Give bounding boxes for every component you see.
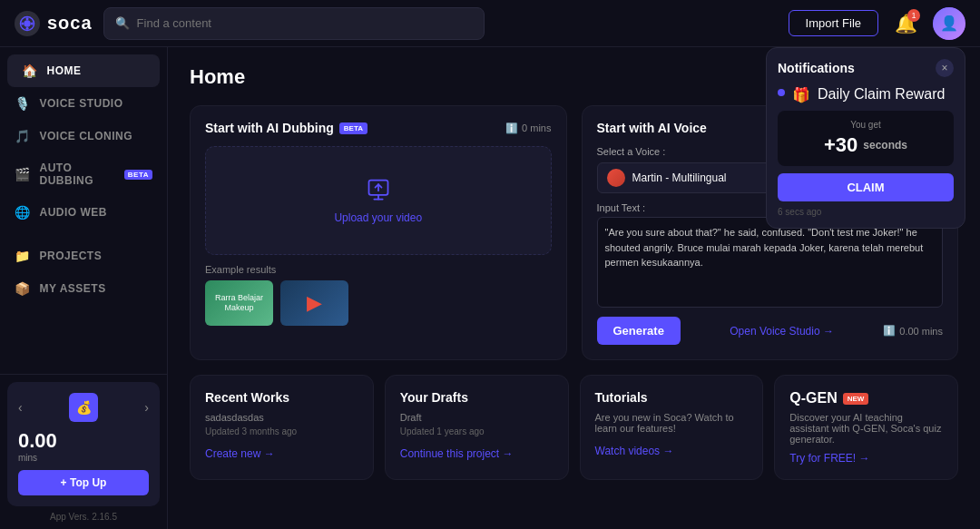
microphone-icon: 🎙️ <box>15 96 31 111</box>
notification-button[interactable]: 🔔 1 <box>889 7 922 40</box>
notifications-header: Notifications × <box>778 59 954 77</box>
voice-text-input[interactable]: "Are you sure about that?" he said, conf… <box>597 217 944 308</box>
sidebar-item-projects-label: PROJECTS <box>40 250 103 262</box>
folder-icon: 📁 <box>15 249 31 263</box>
watch-videos-link[interactable]: Watch videos → <box>595 445 749 457</box>
credits-amount: 0.00 <box>18 429 149 453</box>
reward-unit: seconds <box>863 139 907 152</box>
recent-works-sub: sadasdasdas <box>205 412 358 423</box>
sidebar-item-auto-dubbing[interactable]: 🎬 AUTO DUBBING BETA <box>0 152 167 196</box>
assets-icon: 📦 <box>15 281 31 296</box>
home-icon: 🏠 <box>22 64 38 78</box>
continue-project-link[interactable]: Continue this project → <box>400 447 554 460</box>
video-upload-area[interactable]: Upload your video <box>205 146 552 255</box>
sidebar-item-voice-cloning[interactable]: 🎵 VOICE CLONING <box>0 120 167 152</box>
tutorials-card: Tutorials Are you new in Soca? Watch to … <box>580 375 764 480</box>
sidebar-item-projects[interactable]: 📁 PROJECTS <box>0 240 167 272</box>
qgen-logo: Q-GEN NEW <box>789 390 943 407</box>
recent-works-card: Recent Works sadasdasdas Updated 3 month… <box>190 375 374 480</box>
reward-amount: +30 seconds <box>787 133 945 157</box>
credits-prev-button[interactable]: ‹ <box>18 400 23 415</box>
upload-icon <box>366 177 391 208</box>
web-icon: 🌐 <box>15 205 31 220</box>
upload-text: Upload your video <box>334 211 422 224</box>
logo-icon <box>15 11 40 36</box>
sidebar-item-audio-web[interactable]: 🌐 AUDIO WEB <box>0 196 167 229</box>
avatar[interactable]: 👤 <box>933 7 965 40</box>
voice-actions: Generate Open Voice Studio → ℹ️ 0.00 min… <box>597 317 944 345</box>
avatar-image: 👤 <box>933 7 965 40</box>
info-icon: ℹ️ <box>505 122 518 134</box>
example-results-label: Example results <box>205 264 552 275</box>
import-button[interactable]: Import File <box>789 10 878 36</box>
sidebar-nav: 🏠 HOME 🎙️ VOICE STUDIO 🎵 VOICE CLONING 🎬… <box>0 47 167 374</box>
svg-point-2 <box>26 17 29 20</box>
sidebar-item-my-assets[interactable]: 📦 MY ASSETS <box>0 272 167 305</box>
recent-works-title: Recent Works <box>205 390 358 405</box>
voice-mins: ℹ️ 0.00 mins <box>883 325 943 337</box>
sidebar-item-voice-studio-label: VOICE STUDIO <box>40 97 123 110</box>
topup-button[interactable]: + Top Up <box>18 470 149 495</box>
bottom-cards: Recent Works sadasdasdas Updated 3 month… <box>190 375 958 480</box>
recent-works-time: Updated 3 months ago <box>205 426 358 436</box>
notification-time: 6 secs ago <box>778 207 954 217</box>
notification-badge: 1 <box>907 9 920 22</box>
credits-icon: 💰 <box>69 393 98 422</box>
notification-dot <box>778 89 785 96</box>
info-circle-icon: ℹ️ <box>883 325 896 337</box>
logo-text: soca <box>47 13 93 34</box>
gift-icon: 🎁 <box>792 86 810 103</box>
reward-amount-value: +30 <box>824 133 858 157</box>
ai-dubbing-title: Start with AI Dubbing BETA <box>205 121 368 135</box>
sidebar-item-home[interactable]: 🏠 HOME <box>7 54 160 87</box>
notification-item: 🎁 Daily Claim Reward <box>778 86 954 103</box>
ai-dubbing-mins: ℹ️ 0 mins <box>505 122 551 134</box>
try-free-link[interactable]: Try for FREE! → <box>789 452 943 465</box>
sidebar-item-voice-studio[interactable]: 🎙️ VOICE STUDIO <box>0 87 167 120</box>
search-input[interactable] <box>137 16 473 30</box>
music-icon: 🎵 <box>15 129 31 143</box>
sidebar-item-home-label: HOME <box>47 64 82 77</box>
svg-point-3 <box>26 26 29 29</box>
sidebar-item-my-assets-label: MY ASSETS <box>40 282 106 295</box>
search-bar[interactable]: 🔍 <box>103 7 485 40</box>
app-version: App Vers. 2.16.5 <box>7 512 160 522</box>
ai-voice-title: Start with AI Voice <box>597 121 707 135</box>
auto-dubbing-beta-badge: BETA <box>124 170 152 180</box>
dubbing-beta-badge: BETA <box>339 122 368 134</box>
notifications-panel: Notifications × 🎁 Daily Claim Reward You… <box>766 47 965 229</box>
topbar-right: Import File 🔔 1 👤 <box>789 7 965 40</box>
topbar: soca 🔍 Import File 🔔 1 👤 <box>0 0 980 47</box>
qgen-desc: Discover your AI teaching assistant with… <box>789 412 943 445</box>
tutorials-title: Tutorials <box>595 390 749 405</box>
reward-label: You get <box>787 120 945 130</box>
your-drafts-card: Your Drafts Draft Updated 1 years ago Co… <box>385 375 569 480</box>
example-thumbs: Rarra Belajar Makeup ▶ <box>205 280 552 326</box>
ai-dubbing-header: Start with AI Dubbing BETA ℹ️ 0 mins <box>205 121 552 135</box>
generate-button[interactable]: Generate <box>597 317 681 345</box>
your-drafts-time: Updated 1 years ago <box>400 426 554 436</box>
reward-card: You get +30 seconds <box>778 111 954 166</box>
video-icon: 🎬 <box>15 167 31 181</box>
logo: soca <box>15 11 93 36</box>
notifications-title: Notifications <box>778 61 855 75</box>
claim-button[interactable]: CLAIM <box>778 173 954 201</box>
search-icon: 🔍 <box>115 16 130 30</box>
sidebar: 🏠 HOME 🎙️ VOICE STUDIO 🎵 VOICE CLONING 🎬… <box>0 47 168 529</box>
open-voice-studio-link[interactable]: Open Voice Studio → <box>730 325 834 338</box>
main-layout: 🏠 HOME 🎙️ VOICE STUDIO 🎵 VOICE CLONING 🎬… <box>0 47 980 529</box>
svg-point-4 <box>21 22 24 24</box>
tutorials-desc: Are you new in Soca? Watch to learn our … <box>595 412 749 434</box>
qgen-new-badge: NEW <box>843 393 869 405</box>
create-new-link[interactable]: Create new → <box>205 447 358 460</box>
play-icon: ▶ <box>307 291 322 315</box>
svg-point-5 <box>31 22 34 24</box>
credits-next-button[interactable]: › <box>144 400 149 415</box>
notification-label: Daily Claim Reward <box>818 86 945 103</box>
example-thumb-2: ▶ <box>280 280 348 326</box>
example-thumb-1: Rarra Belajar Makeup <box>205 280 273 326</box>
your-drafts-title: Your Drafts <box>400 390 554 405</box>
sidebar-item-audio-web-label: AUDIO WEB <box>40 206 108 219</box>
svg-point-1 <box>24 20 31 27</box>
notifications-close-button[interactable]: × <box>936 59 954 77</box>
